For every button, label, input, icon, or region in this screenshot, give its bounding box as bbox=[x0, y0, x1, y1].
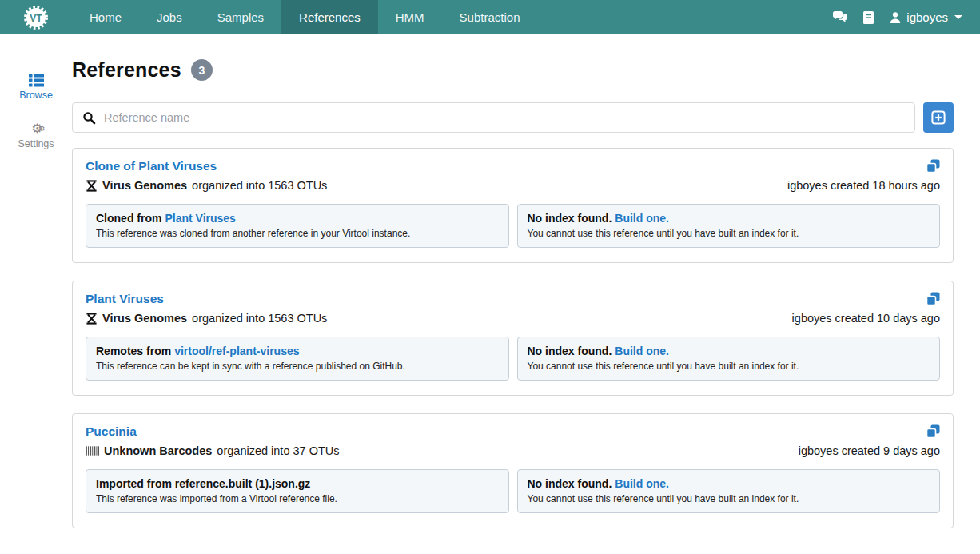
origin-panel: Imported from reference.built (1).json.g… bbox=[86, 469, 509, 513]
messages-icon[interactable] bbox=[832, 10, 848, 24]
index-panel: No index found.Build one. You cannot use… bbox=[517, 337, 941, 381]
origin-link[interactable]: Plant Viruses bbox=[165, 212, 235, 225]
origin-link[interactable]: virtool/ref-plant-viruses bbox=[174, 345, 299, 357]
reference-title-link[interactable]: Plant Viruses bbox=[86, 292, 164, 306]
search-box[interactable] bbox=[72, 102, 915, 133]
index-status: No index found. bbox=[528, 212, 612, 225]
sidebar: Browse ⚙⚙ Settings bbox=[0, 34, 72, 546]
data-type-icon bbox=[86, 446, 99, 456]
reference-card: Puccinia Unknown Barcodes organized into… bbox=[72, 413, 954, 528]
caret-down-icon bbox=[954, 15, 962, 19]
build-index-link[interactable]: Build one. bbox=[615, 345, 669, 357]
origin-title: Remotes from bbox=[96, 345, 171, 357]
clone-icon[interactable] bbox=[926, 292, 940, 305]
clone-icon[interactable] bbox=[926, 159, 940, 173]
origin-description: This reference was cloned from another r… bbox=[96, 228, 499, 239]
nav-item-home[interactable]: Home bbox=[72, 0, 139, 34]
data-type-label: Virus Genomes bbox=[102, 312, 187, 325]
index-status: No index found. bbox=[528, 477, 612, 490]
browse-list-icon bbox=[29, 73, 44, 87]
create-reference-button[interactable] bbox=[923, 102, 954, 133]
main-nav: Home Jobs Samples References HMM Subtrac… bbox=[72, 0, 538, 34]
organization-label: organized into 1563 OTUs bbox=[192, 312, 327, 325]
origin-title: Cloned from bbox=[96, 212, 161, 225]
toolbar bbox=[72, 102, 954, 133]
organization-label: organized into 37 OTUs bbox=[217, 444, 339, 457]
virtool-logo-icon[interactable]: VT bbox=[0, 0, 72, 34]
data-type-label: Virus Genomes bbox=[102, 179, 187, 192]
reference-count-badge: 3 bbox=[191, 59, 213, 81]
username-label: igboyes bbox=[906, 10, 948, 24]
nav-item-subtraction[interactable]: Subtraction bbox=[442, 0, 538, 34]
created-meta: igboyes created 18 hours ago bbox=[787, 179, 940, 192]
nav-item-hmm[interactable]: HMM bbox=[378, 0, 442, 34]
index-description: You cannot use this reference until you … bbox=[528, 228, 930, 239]
reference-card: Clone of Plant Viruses Virus Genomes org… bbox=[72, 148, 954, 263]
search-input[interactable] bbox=[104, 111, 905, 124]
svg-text:VT: VT bbox=[30, 12, 42, 23]
navbar: VT Home Jobs Samples References HMM Subt… bbox=[0, 0, 980, 34]
plus-square-icon bbox=[931, 110, 946, 125]
build-index-link[interactable]: Build one. bbox=[615, 212, 669, 225]
data-type-icon bbox=[86, 313, 98, 325]
page-header: References 3 bbox=[72, 58, 954, 82]
origin-title: Imported from reference.built (1).json.g… bbox=[96, 477, 310, 490]
sidebar-browse-label: Browse bbox=[19, 90, 53, 101]
virtool-logo-glyph: VT bbox=[23, 5, 49, 30]
page-title: References bbox=[72, 58, 181, 82]
nav-item-samples[interactable]: Samples bbox=[200, 0, 281, 34]
origin-panel: Cloned fromPlant Viruses This reference … bbox=[86, 204, 509, 248]
search-icon bbox=[82, 111, 96, 125]
data-type-icon bbox=[86, 180, 98, 192]
user-menu[interactable]: igboyes bbox=[889, 10, 962, 24]
nav-item-jobs[interactable]: Jobs bbox=[139, 0, 200, 34]
created-meta: igboyes created 9 days ago bbox=[799, 444, 940, 457]
build-index-link[interactable]: Build one. bbox=[615, 477, 669, 490]
reference-card: Plant Viruses Virus Genomes organized in… bbox=[72, 281, 954, 396]
reference-title-link[interactable]: Puccinia bbox=[86, 424, 137, 439]
navbar-right: igboyes bbox=[832, 0, 980, 34]
index-description: You cannot use this reference until you … bbox=[528, 493, 930, 504]
settings-gears-icon: ⚙⚙ bbox=[31, 122, 40, 136]
origin-description: This reference was imported from a Virto… bbox=[96, 493, 499, 504]
user-icon bbox=[889, 11, 902, 24]
sidebar-item-settings[interactable]: ⚙⚙ Settings bbox=[0, 122, 72, 149]
sidebar-settings-label: Settings bbox=[18, 138, 54, 149]
created-meta: igboyes created 10 days ago bbox=[792, 312, 940, 325]
organization-label: organized into 1563 OTUs bbox=[192, 179, 327, 192]
index-panel: No index found.Build one. You cannot use… bbox=[517, 204, 941, 248]
main-content: References 3 Clone of Pl bbox=[72, 34, 980, 546]
index-description: You cannot use this reference until you … bbox=[528, 361, 930, 372]
index-status: No index found. bbox=[528, 345, 612, 357]
origin-description: This reference can be kept in sync with … bbox=[96, 361, 499, 372]
documentation-icon[interactable] bbox=[862, 10, 874, 25]
sidebar-item-browse[interactable]: Browse bbox=[0, 73, 72, 101]
nav-item-references[interactable]: References bbox=[281, 0, 378, 34]
data-type-label: Unknown Barcodes bbox=[104, 444, 212, 457]
clone-icon[interactable] bbox=[926, 424, 940, 438]
origin-panel: Remotes fromvirtool/ref-plant-viruses Th… bbox=[86, 337, 509, 381]
reference-title-link[interactable]: Clone of Plant Viruses bbox=[86, 159, 217, 173]
index-panel: No index found.Build one. You cannot use… bbox=[517, 469, 941, 513]
